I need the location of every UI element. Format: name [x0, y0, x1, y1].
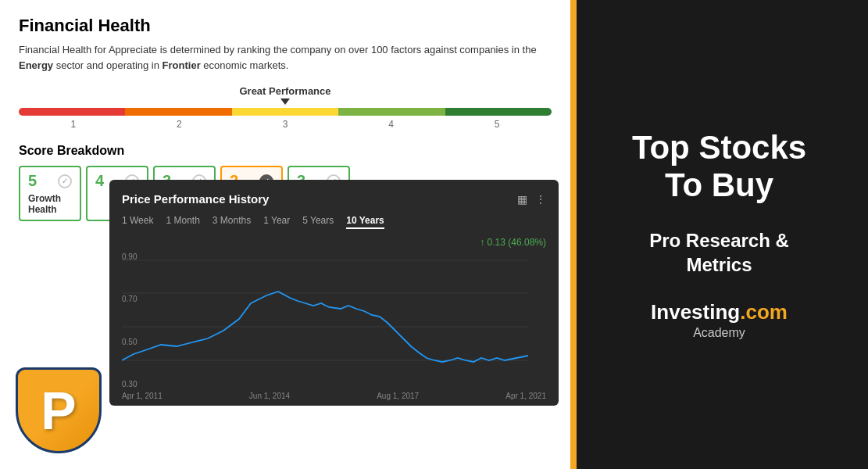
- tab-1month[interactable]: 1 Month: [166, 215, 199, 229]
- right-panel-title: Top StocksTo Buy: [632, 129, 806, 205]
- y-label-090: 0.90: [122, 252, 137, 261]
- bar-segment-2: [125, 108, 231, 116]
- y-label-050: 0.50: [122, 338, 137, 346]
- y-labels: 0.90 0.70 0.50 0.30: [122, 252, 137, 388]
- chart-inner: 0.90 0.70 0.50 0.30: [122, 252, 546, 388]
- chart-area: 0.90 0.70 0.50 0.30: [122, 252, 546, 393]
- bar-segment-3: [232, 108, 338, 116]
- protips-logo: P: [16, 367, 109, 461]
- investing-logo-text: Investing.com: [651, 300, 788, 324]
- bar-label-2: 2: [127, 119, 233, 130]
- bar-label-1: 1: [20, 119, 127, 130]
- bar-segment-4: [338, 108, 445, 116]
- score-card-1: 5 ✓ GrowthHealth: [19, 166, 81, 221]
- chart-date-3: Aug 1, 2017: [377, 392, 419, 400]
- score-number-2: 4: [95, 172, 104, 190]
- chart-overlay: Price Performance History ▦ ⋮ 1 Week 1 M…: [109, 180, 559, 406]
- investing-text: Investing: [651, 300, 740, 324]
- bar-labels: 1 2 3 4 5: [19, 119, 552, 130]
- shield-p-letter: P: [41, 384, 76, 437]
- y-label-070: 0.70: [122, 295, 137, 303]
- chart-svg-wrap: [122, 252, 546, 388]
- financial-health-title: Financial Health: [19, 16, 552, 36]
- dotcom-text: .com: [740, 300, 788, 324]
- y-label-030: 0.30: [122, 380, 137, 388]
- chart-date-4: Apr 1, 2021: [505, 392, 546, 400]
- check-icon-1: ✓: [58, 174, 72, 188]
- bar-label-3: 3: [232, 119, 338, 130]
- tab-1week[interactable]: 1 Week: [122, 215, 153, 229]
- right-panel-subtitle: Pro Research &Metrics: [649, 228, 789, 277]
- tab-10years[interactable]: 10 Years: [346, 215, 384, 229]
- chart-tabs: 1 Week 1 Month 3 Months 1 Year 5 Years 1…: [122, 215, 546, 229]
- score-card-1-header: 5 ✓: [28, 172, 72, 190]
- chart-date-1: Apr 1, 2011: [122, 392, 163, 400]
- performance-bar-wrapper: 1 2 3 4 5: [19, 108, 552, 130]
- chart-date-2: Jun 1, 2014: [249, 392, 290, 400]
- bar-chart-icon[interactable]: ▦: [517, 193, 527, 206]
- chart-header: Price Performance History ▦ ⋮: [122, 192, 546, 206]
- score-label-1: GrowthHealth: [28, 193, 72, 215]
- more-options-icon[interactable]: ⋮: [535, 193, 546, 206]
- left-panel: Financial Health Financial Health for Ap…: [0, 0, 570, 469]
- score-breakdown-title: Score Breakdown: [19, 144, 552, 158]
- investing-academy-text: Academy: [651, 326, 788, 340]
- financial-health-desc: Financial Health for Appreciate is deter…: [19, 42, 552, 73]
- bar-label-5: 5: [444, 119, 550, 130]
- performance-section: Great Performance 1 2 3 4 5: [19, 85, 552, 130]
- performance-bar: [19, 108, 552, 116]
- performance-label: Great Performance: [19, 85, 552, 97]
- chart-header-icons: ▦ ⋮: [517, 193, 546, 206]
- triangle-indicator: [280, 98, 290, 105]
- bar-segment-1: [19, 108, 125, 116]
- chart-title: Price Performance History: [122, 192, 269, 206]
- right-panel: Top StocksTo Buy Pro Research &Metrics I…: [570, 0, 868, 469]
- tab-5years[interactable]: 5 Years: [302, 215, 334, 229]
- price-chart-svg: [122, 252, 528, 385]
- chart-dates: Apr 1, 2011 Jun 1, 2014 Aug 1, 2017 Apr …: [122, 392, 546, 400]
- shield-shape: P: [16, 367, 102, 453]
- investing-logo: Investing.com Academy: [651, 300, 788, 340]
- tab-3months[interactable]: 3 Months: [213, 215, 251, 229]
- tab-1year[interactable]: 1 Year: [263, 215, 290, 229]
- score-number-1: 5: [28, 172, 37, 190]
- bar-segment-5: [445, 108, 552, 116]
- chart-performance: ↑ 0.13 (46.08%): [122, 237, 546, 248]
- bar-label-4: 4: [338, 119, 445, 130]
